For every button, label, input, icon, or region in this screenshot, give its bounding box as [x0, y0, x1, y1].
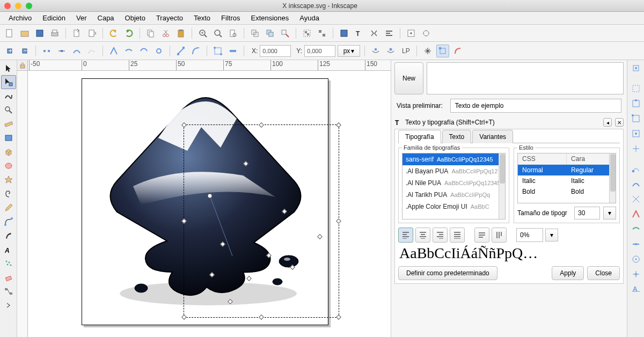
pencil-tool[interactable]: [1, 201, 16, 215]
text-vertical-icon[interactable]: [492, 228, 507, 243]
menu-objeto[interactable]: Objeto: [120, 12, 151, 24]
show-clip-icon[interactable]: [369, 45, 382, 57]
node-tool[interactable]: [1, 75, 16, 89]
segment-curve-icon[interactable]: [189, 45, 202, 57]
font-item-al-nile[interactable]: .Al Nile PUAAaBbCcIiPpQq12345: [402, 177, 505, 189]
snap-smooth-icon[interactable]: [628, 222, 643, 236]
redo-icon[interactable]: [122, 27, 135, 40]
snap-intersection-icon[interactable]: [628, 192, 643, 206]
style-row-normal[interactable]: NormalRegular: [518, 165, 616, 175]
show-mask-icon[interactable]: [384, 45, 397, 57]
fill-stroke-icon[interactable]: [338, 27, 350, 40]
join-segment-icon[interactable]: [70, 45, 83, 57]
delete-node-icon[interactable]: −: [18, 45, 31, 57]
spray-tool[interactable]: [1, 257, 16, 270]
close-window[interactable]: [4, 3, 11, 9]
menu-ayuda[interactable]: Ayuda: [294, 12, 325, 24]
ellipse-tool[interactable]: [1, 159, 16, 173]
snap-object-center-icon[interactable]: [628, 252, 643, 266]
align-justify-icon[interactable]: [450, 228, 465, 243]
show-outline-icon[interactable]: [451, 45, 464, 57]
menu-edicion[interactable]: Edición: [37, 12, 71, 24]
snap-enable-icon[interactable]: [628, 61, 643, 75]
menu-capa[interactable]: Capa: [92, 12, 120, 24]
join-node-icon[interactable]: [55, 45, 68, 57]
close-panel-icon[interactable]: ✕: [615, 118, 624, 127]
node-cusp-icon[interactable]: [107, 45, 120, 57]
snap-text-baseline-icon[interactable]: A: [628, 282, 643, 296]
new-file-icon[interactable]: [3, 27, 16, 40]
snap-bbox-edge-icon[interactable]: [628, 97, 643, 111]
insert-node-icon[interactable]: +: [3, 45, 16, 57]
font-item-al-tarikh[interactable]: .Al Tarikh PUAAaBbCcIiPpQq: [402, 189, 505, 201]
export-icon[interactable]: [85, 27, 98, 40]
font-size-input[interactable]: [574, 207, 600, 219]
paste-icon[interactable]: [174, 27, 187, 40]
align-icon[interactable]: [383, 27, 396, 40]
line-spacing-dropdown[interactable]: ▾: [545, 229, 558, 241]
menu-trayecto[interactable]: Trayecto: [151, 12, 188, 24]
connector-tool[interactable]: [1, 284, 16, 298]
set-default-button[interactable]: Definir como predeterminado: [398, 266, 497, 280]
zoom-fit-icon[interactable]: [211, 27, 224, 40]
show-handles-icon[interactable]: [436, 45, 449, 57]
minimize-window[interactable]: [15, 3, 21, 9]
menu-archivo[interactable]: Archivo: [3, 12, 37, 24]
segment-line-icon[interactable]: [174, 45, 187, 57]
next-path-effect-icon[interactable]: LPE: [399, 45, 412, 57]
open-file-icon[interactable]: [18, 27, 31, 40]
calligraphy-tool[interactable]: [1, 229, 16, 243]
cut-icon[interactable]: [159, 27, 172, 40]
delete-segment-icon[interactable]: [85, 45, 98, 57]
align-center-icon[interactable]: [415, 228, 430, 243]
snap-bbox-corner-icon[interactable]: [628, 112, 643, 126]
tab-tipografia[interactable]: Tipografía: [398, 130, 441, 143]
preferences-icon[interactable]: [405, 27, 418, 40]
copy-icon[interactable]: [144, 27, 157, 40]
lock-icon[interactable]: [19, 62, 26, 69]
node-symmetric-icon[interactable]: [137, 45, 150, 57]
snap-line-midpoint-icon[interactable]: [628, 237, 643, 251]
font-item-sans-serif[interactable]: sans-serifAaBbCcIiPpQq12345: [402, 153, 505, 165]
selector-tool[interactable]: [1, 61, 16, 75]
align-left-icon[interactable]: [398, 228, 413, 243]
snap-path-icon[interactable]: [628, 177, 643, 191]
stroke-to-path-icon[interactable]: [226, 45, 239, 57]
spiral-tool[interactable]: [1, 187, 16, 201]
menu-texto[interactable]: Texto: [188, 12, 216, 24]
canvas[interactable]: [28, 71, 391, 337]
duplicate-icon[interactable]: [248, 27, 261, 40]
zoom-window[interactable]: [26, 3, 32, 9]
snap-rotation-center-icon[interactable]: [628, 267, 643, 281]
new-button[interactable]: New: [394, 62, 423, 94]
snap-cusp-icon[interactable]: [628, 207, 643, 221]
menu-filtros[interactable]: Filtros: [216, 12, 245, 24]
style-row-bold[interactable]: BoldBold: [518, 186, 616, 197]
dock-icon[interactable]: ◂: [603, 118, 612, 127]
text-horizontal-icon[interactable]: [474, 228, 489, 243]
chevron-right-icon[interactable]: [1, 298, 16, 312]
menu-extensiones[interactable]: Extensiones: [245, 12, 294, 24]
eraser-tool[interactable]: [1, 270, 16, 284]
font-item-apple-emoji[interactable]: .Apple Color Emoji UIAaBbC: [402, 201, 505, 213]
bezier-tool[interactable]: [1, 215, 16, 229]
group-icon[interactable]: [301, 27, 313, 40]
tab-texto[interactable]: Texto: [442, 130, 472, 143]
save-file-icon[interactable]: [33, 27, 46, 40]
node-smooth-icon[interactable]: [122, 45, 135, 57]
y-coord-input[interactable]: [304, 45, 335, 57]
font-family-list[interactable]: sans-serifAaBbCcIiPpQq12345 .Al Bayan PU…: [402, 153, 506, 219]
font-style-table[interactable]: CSS Cara NormalRegular ItalicItalic Bold…: [517, 153, 616, 203]
import-icon[interactable]: [70, 27, 83, 40]
measure-tool[interactable]: [1, 117, 16, 131]
object-to-path-icon[interactable]: [211, 45, 224, 57]
star-tool[interactable]: [1, 173, 16, 187]
clone-icon[interactable]: [264, 27, 276, 40]
unit-select[interactable]: px▾: [338, 45, 360, 57]
apply-button[interactable]: Apply: [552, 266, 584, 280]
show-transform-handles-icon[interactable]: [421, 45, 434, 57]
font-item-al-bayan[interactable]: .Al Bayan PUAAaBbCcIiPpQq12: [402, 165, 505, 177]
ungroup-icon[interactable]: [316, 27, 328, 40]
text-tool-icon[interactable]: T: [353, 27, 365, 40]
unlink-clone-icon[interactable]: [279, 27, 291, 40]
